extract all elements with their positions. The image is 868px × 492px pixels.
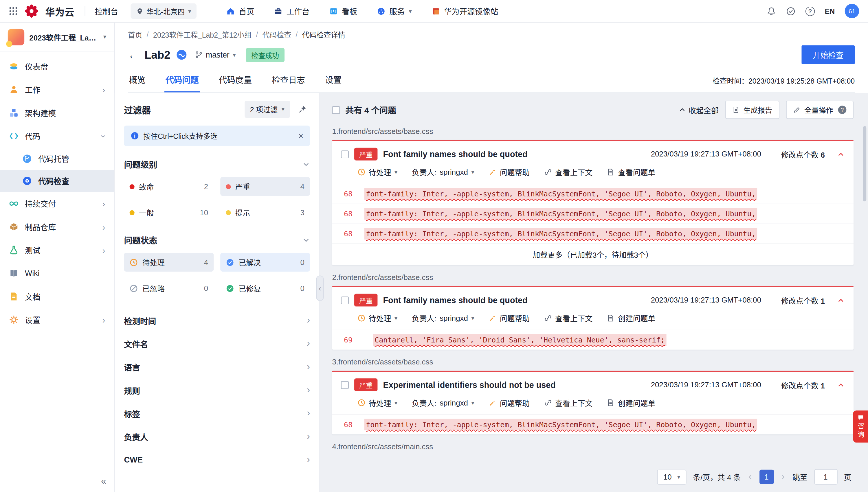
brand-name[interactable]: 华为云 [45, 4, 74, 18]
region-selector[interactable]: 华北-北京四 ▾ [130, 3, 196, 19]
tab-code-issues[interactable]: 代码问题 [164, 69, 200, 92]
filter-status-fixed[interactable]: 已修复 0 [220, 279, 310, 298]
nav-home[interactable]: 首页 [227, 5, 254, 17]
sidebar-item-docs[interactable]: 文档 [0, 285, 114, 308]
filter-status-resolved[interactable]: 已解决 0 [220, 253, 310, 272]
back-button[interactable]: ← [128, 49, 139, 60]
filter-link-filename[interactable]: 文件名 › [124, 332, 310, 355]
workorder-check-icon[interactable] [786, 6, 796, 16]
issue-ticket-link[interactable]: 查看问题单 [607, 167, 655, 178]
app-grid-icon[interactable] [9, 7, 18, 16]
jump-page-input[interactable] [814, 469, 837, 485]
issue-checkbox[interactable] [341, 296, 349, 304]
breadcrumb-codecheck[interactable]: 代码检查 [262, 29, 291, 40]
sidebar-item-wiki[interactable]: Wiki [0, 262, 114, 285]
filter-level-fatal[interactable]: 致命 2 [124, 177, 214, 196]
filter-level-hint[interactable]: 提示 3 [220, 203, 310, 222]
load-more-button[interactable]: 加载更多（已加载3个，待加载3个） [332, 244, 854, 265]
issue-help-link[interactable]: 问题帮助 [489, 167, 530, 178]
breadcrumb-project[interactable]: 2023软件工程_Lab2_第12小组 [153, 29, 252, 40]
filter-level-critical[interactable]: 严重 4 [220, 177, 310, 196]
bulk-action-button[interactable]: 全量操作 ? [786, 101, 853, 119]
issue-owner-dropdown[interactable]: 负责人: springxd ▾ [412, 313, 474, 324]
view-context-link[interactable]: 查看上下文 [544, 313, 592, 324]
project-selector[interactable]: 2023软件工程_Lab... ▾ [0, 23, 114, 51]
nav-board[interactable]: 看板 [330, 5, 357, 17]
user-avatar[interactable]: 61 [845, 4, 859, 18]
close-icon[interactable]: × [298, 131, 303, 141]
code-line[interactable]: 68 font-family: Inter, -apple-system, Bl… [332, 415, 854, 435]
pin-filter-button[interactable] [295, 101, 310, 117]
sidebar-item-cd[interactable]: 持续交付 › [0, 192, 114, 215]
collapse-all-button[interactable]: 收起全部 [679, 104, 719, 116]
view-context-link[interactable]: 查看上下文 [544, 397, 592, 408]
help-question-icon[interactable]: ? [805, 6, 815, 16]
panel-collapse-handle[interactable]: ‹ [316, 275, 324, 301]
issue-owner-dropdown[interactable]: 负责人: springxd ▾ [412, 397, 474, 408]
collapse-issue-button[interactable] [837, 296, 845, 304]
start-check-button[interactable]: 开始检查 [801, 45, 855, 64]
create-ticket-link[interactable]: 创建问题单 [607, 313, 655, 324]
generate-report-button[interactable]: 生成报告 [725, 101, 779, 119]
code-line[interactable]: 68 font-family: Inter, -apple-system, Bl… [332, 224, 854, 244]
notifications-bell-icon[interactable] [767, 6, 776, 16]
section-issue-level[interactable]: 问题级别 [124, 158, 310, 170]
current-page-button[interactable]: 1 [759, 470, 774, 484]
active-filter-count-dropdown[interactable]: 2 项过滤 ▾ [244, 101, 290, 118]
nav-mirror[interactable]: 华为开源镜像站 [432, 5, 498, 17]
bulk-help-icon[interactable]: ? [838, 105, 847, 114]
console-link[interactable]: 控制台 [95, 5, 118, 17]
issue-checkbox[interactable] [341, 150, 349, 158]
view-context-link[interactable]: 查看上下文 [544, 167, 592, 178]
code-line[interactable]: 68 font-family: Inter, -apple-system, Bl… [332, 204, 854, 224]
issue-status-dropdown[interactable]: 待处理 ▾ [358, 167, 398, 178]
breadcrumb-home[interactable]: 首页 [128, 29, 142, 40]
issue-status-dropdown[interactable]: 待处理 ▾ [358, 397, 398, 408]
filter-link-tag[interactable]: 标签 › [124, 402, 310, 425]
code-line[interactable]: 69 Cantarell, 'Fira Sans', 'Droid Sans',… [332, 330, 854, 350]
section-issue-status[interactable]: 问题状态 [124, 234, 310, 246]
tab-code-metrics[interactable]: 代码度量 [218, 69, 253, 92]
consult-widget[interactable]: 咨询 [853, 411, 868, 443]
sidebar-item-test[interactable]: 测试 › [0, 238, 114, 262]
collapse-issue-button[interactable] [837, 381, 845, 389]
issue-checkbox[interactable] [341, 381, 349, 389]
sidebar-item-architecture[interactable]: 架构建模 [0, 101, 114, 124]
issue-status-dropdown[interactable]: 待处理 ▾ [358, 313, 398, 324]
filter-link-language[interactable]: 语言 › [124, 355, 310, 378]
filter-level-normal[interactable]: 一般 10 [124, 203, 214, 222]
huawei-logo[interactable] [24, 4, 39, 18]
filter-link-rule[interactable]: 规则 › [124, 378, 310, 401]
sidebar-item-code-check[interactable]: 代码检查 [0, 170, 114, 192]
scrollbar-thumb[interactable] [863, 126, 866, 201]
filter-status-pending[interactable]: 待处理 4 [124, 253, 214, 272]
issue-help-link[interactable]: 问题帮助 [489, 397, 530, 408]
sidebar-item-artifact[interactable]: 制品仓库 › [0, 215, 114, 238]
sidebar-item-settings[interactable]: 设置 › [0, 308, 114, 331]
nav-services[interactable]: 服务 ▾ [377, 5, 412, 17]
page-size-select[interactable]: 10 ▾ [657, 469, 686, 485]
sidebar-collapse-button[interactable]: « [101, 476, 106, 487]
select-all-checkbox[interactable] [332, 106, 340, 114]
sidebar-item-dashboard[interactable]: 仪表盘 [0, 55, 114, 78]
nav-workspace[interactable]: 工作台 [274, 5, 309, 17]
prev-page-button[interactable]: ‹ [747, 471, 752, 483]
sidebar-item-code-hosting[interactable]: 代码托管 [0, 148, 114, 170]
branch-selector[interactable]: master ▾ [195, 50, 236, 59]
sidebar-item-work[interactable]: 工作 › [0, 78, 114, 101]
tab-overview[interactable]: 概览 [128, 69, 147, 92]
next-page-button[interactable]: › [780, 471, 785, 483]
filter-link-detect-time[interactable]: 检测时间 › [124, 309, 310, 332]
filter-link-cwe[interactable]: CWE › [124, 448, 310, 471]
filter-link-owner[interactable]: 负责人 › [124, 425, 310, 448]
tab-check-logs[interactable]: 检查日志 [271, 69, 306, 92]
language-switch[interactable]: EN [825, 7, 835, 15]
sidebar-item-code[interactable]: 代码 › [0, 124, 114, 148]
create-ticket-link[interactable]: 创建问题单 [607, 397, 655, 408]
issue-help-link[interactable]: 问题帮助 [489, 313, 530, 324]
filter-status-ignored[interactable]: 已忽略 0 [124, 279, 214, 298]
issue-owner-dropdown[interactable]: 负责人: springxd ▾ [412, 167, 474, 178]
code-line[interactable]: 68 font-family: Inter, -apple-system, Bl… [332, 184, 854, 204]
collapse-issue-button[interactable] [837, 150, 845, 158]
tab-settings[interactable]: 设置 [324, 69, 343, 92]
